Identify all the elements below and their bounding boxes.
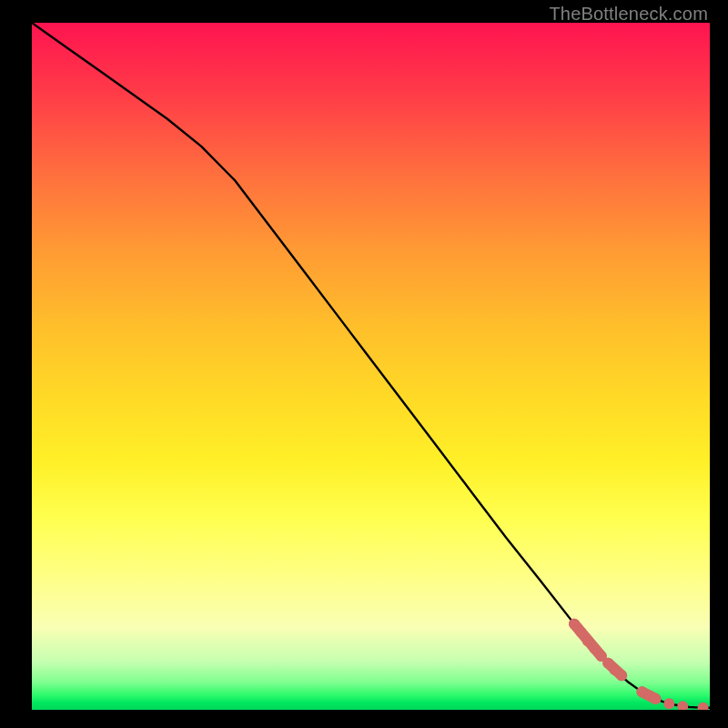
marker-points [569, 619, 709, 710]
marker-point [650, 693, 661, 704]
plot-area [32, 23, 710, 710]
marker-point [698, 703, 709, 710]
marker-point [677, 701, 688, 710]
marker-point [575, 627, 586, 638]
chart-svg [32, 23, 710, 710]
marker-point [637, 686, 648, 697]
chart-stage: TheBottleneck.com [0, 0, 728, 728]
watermark-text: TheBottleneck.com [549, 4, 708, 25]
bottleneck-curve [32, 23, 710, 708]
marker-point [663, 698, 674, 709]
marker-point [616, 670, 627, 681]
